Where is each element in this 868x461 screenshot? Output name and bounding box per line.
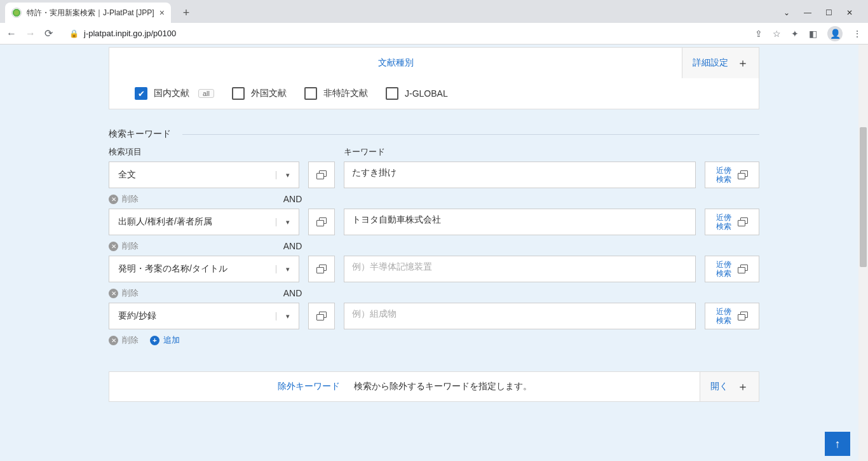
chevron-down-icon[interactable]: ⌄ [783,8,790,17]
proximity-search-button[interactable]: 近傍検索 [705,209,759,235]
proximity-label: 近傍検索 [716,166,731,184]
badge-all: all [198,89,214,98]
search-item-select[interactable]: 要約/抄録 ▾ [109,303,299,329]
section-title: 検索キーワード [109,128,171,140]
lock-icon: 🔒 [69,29,79,38]
exclude-panel: 除外キーワード 検索から除外するキーワードを指定します。 開く ＋ [109,371,759,402]
plus-icon: ＋ [737,55,749,71]
checkbox-nonpatent[interactable]: 非特許文献 [304,87,368,100]
scrollbar-thumb[interactable] [860,127,867,267]
remove-icon: ✕ [109,336,118,345]
close-icon[interactable]: × [159,8,165,18]
exclude-open-button[interactable]: 開く ＋ [700,372,759,401]
dialog-open-button[interactable] [308,162,335,188]
open-label: 開く [710,381,728,392]
checkbox-icon [386,87,398,100]
keyword-input[interactable]: たすき掛け [344,162,696,188]
select-value: 要約/抄録 [109,310,276,322]
add-row-button[interactable]: + 追加 [150,334,180,346]
and-operator: AND [229,194,356,204]
checkbox-label: 非特許文献 [323,88,368,99]
remove-icon: ✕ [109,195,118,204]
reload-icon[interactable]: ⟳ [44,27,53,39]
search-item-select[interactable]: 発明・考案の名称/タイトル ▾ [109,256,299,282]
scroll-top-button[interactable]: ↑ [825,432,850,456]
checkbox-label: 国内文献 [154,88,189,99]
maximize-icon[interactable]: ☐ [825,8,832,17]
dialog-open-button[interactable] [308,256,335,282]
checkbox-icon [232,87,245,100]
star-icon[interactable]: ☆ [773,29,781,39]
add-label: 追加 [163,334,180,346]
delete-label: 削除 [122,240,139,252]
detail-settings-button[interactable]: 詳細設定 ＋ [682,48,759,78]
forward-icon[interactable]: → [25,28,36,39]
exclude-subtitle: 検索から除外するキーワードを指定します。 [354,381,532,392]
browser-toolbar: ← → ⟳ 🔒 j-platpat.inpit.go.jp/p0100 ⇪ ☆ … [0,23,868,45]
proximity-label: 近傍検索 [716,307,731,326]
select-value: 発明・考案の名称/タイトル [109,263,276,275]
new-tab-button[interactable]: + [177,6,195,20]
share-icon[interactable]: ⇪ [755,29,763,39]
select-value: 全文 [109,169,276,181]
chevron-down-icon: ▾ [276,218,299,226]
delete-row-button[interactable]: ✕ 削除 [109,287,139,299]
checkbox-icon [304,87,317,100]
proximity-search-button[interactable]: 近傍検索 [705,256,759,282]
doc-type-panel: 文献種別 詳細設定 ＋ ✔ 国内文献 all 外国文献 非特許 [109,47,759,109]
checkbox-foreign[interactable]: 外国文献 [232,87,287,100]
label-keyword: キーワード [344,146,385,158]
stack-icon [316,265,327,273]
keyword-input[interactable] [344,303,696,329]
close-window-icon[interactable]: ✕ [846,8,853,17]
url-text: j-platpat.inpit.go.jp/p0100 [84,29,176,38]
checkbox-label: J-GLOBAL [405,88,448,99]
sidepanel-icon[interactable]: ◧ [809,29,817,39]
scrollbar-vertical[interactable] [858,45,868,461]
back-icon[interactable]: ← [6,28,17,39]
dialog-open-button[interactable] [308,209,335,235]
chevron-down-icon: ▾ [276,312,299,320]
stack-icon [738,312,748,320]
exclude-title: 除外キーワード [278,381,340,392]
delete-label: 削除 [122,334,139,346]
stack-icon [738,217,748,226]
detail-label: 詳細設定 [693,57,728,69]
checkbox-label: 外国文献 [251,88,287,99]
proximity-search-button[interactable]: 近傍検索 [705,303,759,329]
chevron-down-icon: ▾ [276,265,299,273]
add-icon: + [150,336,159,345]
search-item-select[interactable]: 出願人/権利者/著者所属 ▾ [109,209,299,235]
delete-row-button[interactable]: ✕ 削除 [109,240,139,252]
checkbox-jglobal[interactable]: J-GLOBAL [386,87,448,100]
delete-row-button[interactable]: ✕ 削除 [109,193,139,205]
delete-label: 削除 [122,287,139,299]
checkbox-domestic[interactable]: ✔ 国内文献 all [135,87,214,100]
keyword-input[interactable]: トヨタ自動車株式会社 [344,209,696,235]
minimize-icon[interactable]: ― [804,8,811,17]
avatar[interactable]: 👤 [827,26,843,41]
tab-bar: 特許・実用新案検索｜J-PlatPat [JPP] × + ⌄ ― ☐ ✕ [0,0,868,23]
proximity-label: 近傍検索 [716,213,731,231]
browser-tab[interactable]: 特許・実用新案検索｜J-PlatPat [JPP] × [5,3,171,23]
stack-icon [316,217,327,226]
delete-row-button[interactable]: ✕ 削除 [109,334,139,346]
select-value: 出願人/権利者/著者所属 [109,216,276,228]
menu-icon[interactable]: ⋮ [853,29,862,39]
window-controls: ⌄ ― ☐ ✕ [783,8,863,17]
panel-title: 文献種別 [109,48,682,78]
checkbox-icon: ✔ [135,87,147,100]
and-operator: AND [229,288,356,298]
address-bar[interactable]: 🔒 j-platpat.inpit.go.jp/p0100 [62,25,746,43]
stack-icon [738,265,748,273]
search-item-select[interactable]: 全文 ▾ [109,162,299,188]
proximity-label: 近傍検索 [716,260,731,279]
dialog-open-button[interactable] [308,303,335,329]
extensions-icon[interactable]: ✦ [791,29,799,39]
proximity-search-button[interactable]: 近傍検索 [705,162,759,188]
remove-icon: ✕ [109,242,118,251]
stack-icon [316,312,327,320]
delete-label: 削除 [122,193,139,205]
keyword-input[interactable] [344,256,696,282]
stack-icon [316,170,327,179]
